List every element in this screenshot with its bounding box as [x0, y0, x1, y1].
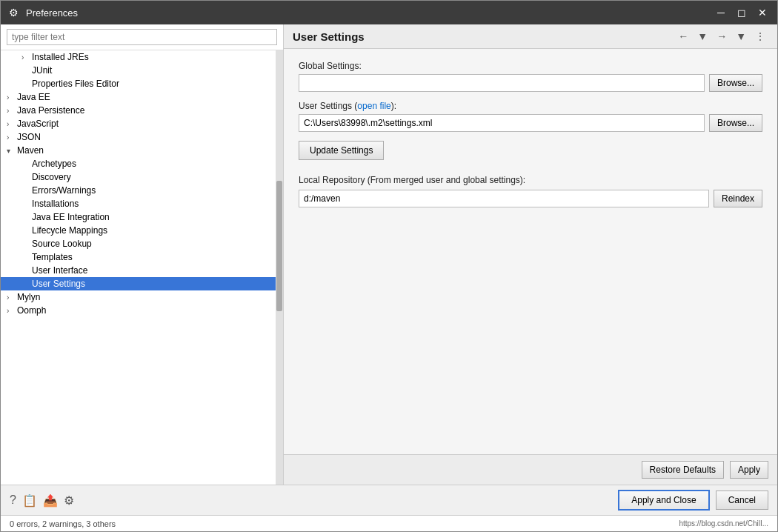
- tree-item-javascript[interactable]: › JavaScript: [1, 117, 276, 130]
- right-panel: User Settings ← ▼ → ▼ ⋮ Global Settings:…: [284, 24, 777, 485]
- tree-label: JSON: [17, 132, 41, 142]
- status-right-text: https://blog.csdn.net/ChilI...: [679, 519, 768, 528]
- tree-label: Java Persistence: [17, 105, 84, 116]
- help-icon[interactable]: ?: [10, 493, 16, 507]
- tree-label: Maven: [17, 145, 44, 156]
- user-settings-after: ):: [391, 101, 396, 111]
- user-settings-label-text: User Settings (: [299, 101, 357, 111]
- filter-wrap: [1, 24, 283, 50]
- forward-button[interactable]: →: [714, 29, 730, 44]
- tree-label: User Interface: [32, 265, 87, 276]
- content-area: › Installed JREs JUnit Properties Files …: [1, 24, 777, 485]
- reindex-button[interactable]: Reindex: [714, 190, 762, 207]
- tree-arrow: ›: [7, 293, 17, 302]
- icon2[interactable]: 📋: [22, 493, 37, 508]
- tree-arrow: ›: [7, 93, 17, 102]
- tree-item-java-ee[interactable]: › Java EE: [1, 90, 276, 104]
- maximize-button[interactable]: ◻: [733, 5, 751, 20]
- tree-item-oomph[interactable]: › Oomph: [1, 304, 276, 317]
- tree-item-source-lookup[interactable]: Source Lookup: [1, 237, 276, 250]
- right-header: User Settings ← ▼ → ▼ ⋮: [284, 24, 777, 49]
- title-bar: ⚙ Preferences ─ ◻ ✕: [1, 1, 777, 24]
- scrollbar-thumb: [276, 181, 282, 311]
- dropdown-button[interactable]: ▼: [694, 29, 711, 44]
- tree-label: JUnit: [32, 65, 52, 76]
- window-icon: ⚙: [7, 6, 20, 19]
- global-settings-input[interactable]: [299, 74, 705, 92]
- tree-item-java-persistence[interactable]: › Java Persistence: [1, 104, 276, 117]
- back-button[interactable]: ←: [675, 29, 691, 44]
- tree-item-java-ee-integration[interactable]: Java EE Integration: [1, 210, 276, 224]
- apply-close-button[interactable]: Apply and Close: [618, 490, 709, 511]
- tree-label: Discovery: [32, 172, 71, 182]
- tree-label: Installations: [32, 199, 79, 209]
- tree-label: Installed JREs: [32, 52, 89, 62]
- dropdown2-button[interactable]: ▼: [733, 29, 749, 44]
- open-file-link[interactable]: open file: [357, 101, 390, 111]
- left-panel: › Installed JREs JUnit Properties Files …: [1, 24, 284, 485]
- tree-label: Mylyn: [17, 292, 40, 302]
- tree-arrow: ▾: [7, 147, 17, 155]
- tree-item-errors-warnings[interactable]: Errors/Warnings: [1, 184, 276, 197]
- tree-arrow: ›: [7, 307, 17, 315]
- tree-item-maven[interactable]: ▾ Maven: [1, 144, 276, 157]
- local-repo-input[interactable]: [299, 190, 709, 207]
- panel-title: User Settings: [293, 30, 675, 43]
- user-browse-button[interactable]: Browse...: [709, 114, 762, 132]
- close-button[interactable]: ✕: [754, 5, 771, 20]
- tree-item-discovery[interactable]: Discovery: [1, 170, 276, 184]
- tree-item-properties-files-editor[interactable]: Properties Files Editor: [1, 77, 276, 90]
- tree-label: Java EE: [17, 92, 50, 102]
- filter-input[interactable]: [7, 29, 277, 45]
- tree-arrow: ›: [7, 120, 17, 128]
- right-actions: Restore Defaults Apply: [284, 454, 777, 485]
- user-settings-label: User Settings (open file):: [299, 101, 762, 111]
- tree-arrow: ›: [21, 53, 32, 61]
- status-text: 0 errors, 2 warnings, 3 others: [10, 519, 116, 528]
- restore-defaults-button[interactable]: Restore Defaults: [642, 461, 724, 479]
- tree-item-installed-jres[interactable]: › Installed JREs: [1, 50, 276, 64]
- tree-item-user-settings[interactable]: User Settings: [1, 277, 276, 290]
- tree-label: Java EE Integration: [32, 212, 110, 222]
- tree-item-templates[interactable]: Templates: [1, 250, 276, 264]
- status-bar: 0 errors, 2 warnings, 3 others https://b…: [1, 515, 777, 531]
- tree-arrow: ›: [7, 107, 17, 115]
- user-settings-input[interactable]: [299, 114, 705, 132]
- tree-item-junit[interactable]: JUnit: [1, 64, 276, 77]
- tree-label: Archetypes: [32, 159, 76, 169]
- tree-item-archetypes[interactable]: Archetypes: [1, 157, 276, 170]
- tree-label: JavaScript: [17, 119, 59, 129]
- tree-item-lifecycle-mappings[interactable]: Lifecycle Mappings: [1, 224, 276, 237]
- right-content: Global Settings: Browse... User Settings…: [284, 49, 777, 454]
- global-settings-label: Global Settings:: [299, 61, 762, 71]
- tree-item-installations[interactable]: Installations: [1, 197, 276, 210]
- minimize-button[interactable]: ─: [712, 5, 730, 20]
- tree-label: Source Lookup: [32, 239, 92, 249]
- bottom-buttons: Apply and Close Cancel: [618, 490, 768, 511]
- local-repo-label: Local Repository (From merged user and g…: [299, 175, 762, 185]
- local-repo-row: Reindex: [299, 190, 762, 207]
- scrollbar[interactable]: [276, 50, 283, 485]
- tree-area: › Installed JREs JUnit Properties Files …: [1, 50, 276, 485]
- bottom-bar: ? 📋 📤 ⚙ Apply and Close Cancel: [1, 485, 777, 515]
- tree-arrow: ›: [7, 133, 17, 142]
- window-controls: ─ ◻ ✕: [712, 5, 771, 20]
- icon4[interactable]: ⚙: [64, 493, 74, 508]
- tree-label: User Settings: [32, 279, 85, 289]
- tree-label: Oomph: [17, 305, 46, 316]
- tree-item-mylyn[interactable]: › Mylyn: [1, 290, 276, 304]
- tree-label: Lifecycle Mappings: [32, 225, 107, 236]
- global-browse-button[interactable]: Browse...: [709, 74, 762, 92]
- tree-item-json[interactable]: › JSON: [1, 130, 276, 144]
- tree-item-user-interface[interactable]: User Interface: [1, 264, 276, 277]
- icon3[interactable]: 📤: [43, 493, 58, 508]
- update-settings-button[interactable]: Update Settings: [299, 141, 384, 160]
- global-settings-row: Browse...: [299, 74, 762, 92]
- header-icons: ← ▼ → ▼ ⋮: [675, 29, 768, 44]
- menu-button[interactable]: ⋮: [752, 29, 768, 44]
- bottom-icons: ? 📋 📤 ⚙: [10, 493, 74, 508]
- apply-button[interactable]: Apply: [730, 461, 768, 479]
- cancel-button[interactable]: Cancel: [716, 491, 768, 510]
- tree-label: Properties Files Editor: [32, 79, 119, 89]
- window-title: Preferences: [26, 7, 712, 19]
